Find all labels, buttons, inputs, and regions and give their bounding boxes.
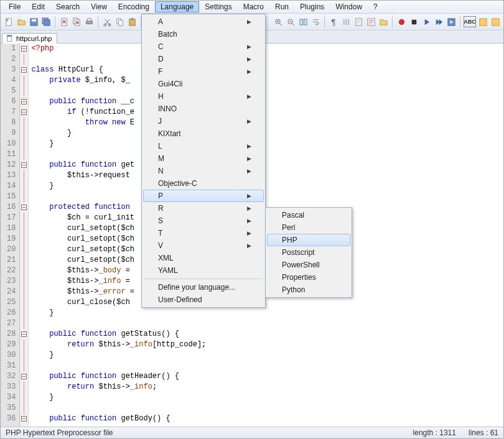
lang-menu-j[interactable]: J▶ bbox=[143, 115, 264, 127]
statusbar: PHP Hypertext Preprocessor file length :… bbox=[1, 427, 503, 438]
print-icon[interactable] bbox=[83, 16, 95, 27]
menu-file[interactable]: File bbox=[3, 1, 26, 12]
lang-submenu-python[interactable]: Python bbox=[267, 284, 350, 296]
menu-window[interactable]: Window bbox=[330, 1, 368, 12]
lang-menu-objectivec[interactable]: Objective-C bbox=[143, 177, 264, 190]
svg-point-1 bbox=[6, 19, 8, 21]
tab-label: httpcurl.php bbox=[16, 35, 52, 42]
lang-submenu-postscript[interactable]: Postscript bbox=[267, 246, 350, 259]
svg-rect-27 bbox=[492, 18, 498, 25]
svg-rect-14 bbox=[118, 20, 123, 25]
lang-menu-c[interactable]: C▶ bbox=[143, 40, 264, 53]
language-p-submenu: PascalPerlPHPPostscriptPowerShellPropert… bbox=[265, 207, 352, 298]
fold-column[interactable] bbox=[20, 44, 29, 427]
menu-plugins[interactable]: Plugins bbox=[294, 1, 330, 12]
lang-submenu-pascal[interactable]: Pascal bbox=[267, 209, 350, 221]
svg-rect-10 bbox=[87, 18, 91, 21]
zoom-in-icon[interactable] bbox=[273, 16, 284, 27]
lang-menu-t[interactable]: T▶ bbox=[143, 227, 264, 239]
svg-rect-26 bbox=[479, 18, 486, 25]
lang-menu-m[interactable]: M▶ bbox=[143, 152, 264, 165]
toolbar-extra-2-icon[interactable] bbox=[490, 16, 501, 27]
copy-icon[interactable] bbox=[114, 16, 125, 27]
file-icon bbox=[6, 34, 14, 42]
close-all-icon[interactable] bbox=[71, 16, 82, 27]
stop-macro-icon[interactable] bbox=[408, 16, 419, 27]
lang-menu-r[interactable]: R▶ bbox=[143, 202, 264, 215]
play-multi-icon[interactable] bbox=[433, 16, 444, 27]
svg-rect-3 bbox=[31, 19, 36, 21]
show-chars-icon[interactable]: ¶ bbox=[328, 16, 339, 27]
svg-rect-5 bbox=[44, 19, 49, 25]
menu-[interactable]: ? bbox=[368, 1, 383, 12]
lang-menu-inno[interactable]: INNO bbox=[143, 103, 264, 115]
svg-rect-16 bbox=[131, 17, 133, 19]
svg-rect-15 bbox=[129, 19, 134, 25]
lang-menu-userdefined[interactable]: User-Defined bbox=[143, 293, 264, 306]
toolbar-extra-1-icon[interactable] bbox=[477, 16, 488, 27]
menu-edit[interactable]: Edit bbox=[26, 1, 50, 12]
file-tab[interactable]: httpcurl.php bbox=[2, 33, 57, 44]
new-file-icon[interactable] bbox=[3, 16, 14, 27]
save-macro-icon[interactable] bbox=[446, 16, 457, 27]
cut-icon[interactable] bbox=[101, 16, 113, 27]
lang-menu-xml[interactable]: XML bbox=[143, 252, 264, 264]
menu-settings[interactable]: Settings bbox=[199, 1, 237, 12]
lang-menu-l[interactable]: L▶ bbox=[143, 140, 264, 152]
svg-rect-19 bbox=[299, 19, 302, 24]
lang-menu-defineyourlanguage[interactable]: Define your language... bbox=[143, 281, 264, 293]
line-number-gutter: 1234567891011121314151617181920212223242… bbox=[1, 44, 20, 427]
lang-menu-p[interactable]: P▶ bbox=[143, 190, 264, 202]
paste-icon[interactable] bbox=[126, 16, 138, 27]
menu-view[interactable]: View bbox=[85, 1, 113, 12]
svg-rect-20 bbox=[304, 19, 307, 24]
lang-menu-batch[interactable]: Batch bbox=[143, 28, 264, 40]
lang-menu-d[interactable]: D▶ bbox=[143, 53, 264, 65]
lang-submenu-properties[interactable]: Properties bbox=[267, 271, 350, 284]
close-icon[interactable] bbox=[58, 16, 70, 27]
wrap-icon[interactable] bbox=[310, 16, 321, 27]
svg-rect-9 bbox=[86, 21, 91, 24]
menubar: FileEditSearchViewEncodingLanguageSettin… bbox=[1, 1, 503, 14]
lang-menu-n[interactable]: N▶ bbox=[143, 165, 264, 177]
menu-run[interactable]: Run bbox=[269, 1, 294, 12]
status-filetype: PHP Hypertext Preprocessor file bbox=[6, 428, 113, 437]
lang-menu-h[interactable]: H▶ bbox=[143, 90, 264, 103]
menu-language[interactable]: Language bbox=[155, 1, 199, 12]
folder-icon[interactable] bbox=[378, 16, 389, 27]
lang-menu-s[interactable]: S▶ bbox=[143, 215, 264, 227]
menu-search[interactable]: Search bbox=[50, 1, 85, 12]
lang-menu-yaml[interactable]: YAML bbox=[143, 264, 264, 277]
status-length: length : 1311 bbox=[413, 428, 456, 437]
sync-scroll-icon[interactable] bbox=[297, 16, 309, 27]
zoom-out-icon[interactable] bbox=[285, 16, 296, 27]
svg-rect-29 bbox=[7, 35, 11, 37]
lang-menu-v[interactable]: V▶ bbox=[143, 239, 264, 252]
svg-rect-24 bbox=[411, 19, 416, 24]
menu-encoding[interactable]: Encoding bbox=[113, 1, 155, 12]
svg-point-23 bbox=[398, 19, 404, 24]
func-list-icon[interactable] bbox=[365, 16, 376, 27]
doc-map-icon[interactable] bbox=[353, 16, 364, 27]
lang-submenu-perl[interactable]: Perl bbox=[267, 221, 350, 234]
play-macro-icon[interactable] bbox=[421, 16, 432, 27]
lang-menu-gui4cli[interactable]: Gui4Cli bbox=[143, 78, 264, 90]
lang-menu-kixtart[interactable]: KIXtart bbox=[143, 127, 264, 140]
lang-menu-f[interactable]: F▶ bbox=[143, 65, 264, 78]
lang-submenu-powershell[interactable]: PowerShell bbox=[267, 259, 350, 271]
indent-guide-icon[interactable] bbox=[340, 16, 352, 27]
open-file-icon[interactable] bbox=[16, 16, 27, 27]
status-lines: lines : 61 bbox=[469, 428, 498, 437]
lang-menu-a[interactable]: A▶ bbox=[143, 16, 264, 28]
language-menu: A▶BatchC▶D▶F▶Gui4CliH▶INNOJ▶KIXtartL▶M▶N… bbox=[141, 14, 266, 308]
spellcheck-icon[interactable]: ABC bbox=[464, 16, 476, 27]
record-macro-icon[interactable] bbox=[396, 16, 407, 27]
save-all-icon[interactable] bbox=[40, 16, 52, 27]
save-icon[interactable] bbox=[28, 16, 39, 27]
lang-submenu-php[interactable]: PHP bbox=[267, 234, 350, 246]
menu-macro[interactable]: Macro bbox=[238, 1, 269, 12]
